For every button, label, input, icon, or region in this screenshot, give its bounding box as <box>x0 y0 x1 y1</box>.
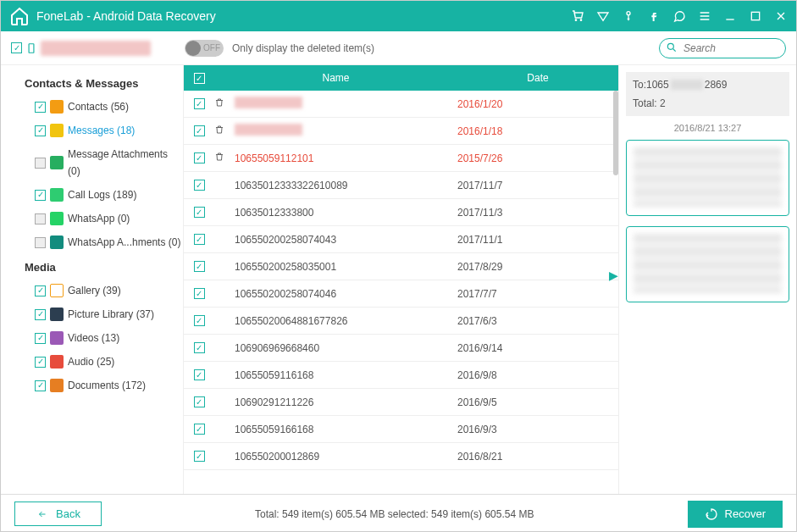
category-icon <box>50 379 64 392</box>
row-date: 2016/9/5 <box>457 396 618 408</box>
svg-rect-2 <box>29 43 34 53</box>
row-checkbox[interactable]: ✓ <box>194 234 205 245</box>
row-checkbox[interactable]: ✓ <box>194 315 205 326</box>
trash-icon <box>214 152 231 164</box>
toolbar: ✓ OFF Only display the deleted item(s) <box>1 31 796 65</box>
search-icon <box>666 42 678 53</box>
row-checkbox[interactable]: ✓ <box>194 125 205 136</box>
sidebar-item[interactable]: ✓Documents (172) <box>9 374 183 397</box>
table-body[interactable]: ✓2016/1/20✓2016/1/18✓106550591121012015/… <box>184 91 618 494</box>
back-button[interactable]: Back <box>14 502 102 526</box>
sidebar-item[interactable]: ✓Videos (13) <box>9 326 183 350</box>
cart-icon[interactable] <box>571 9 584 23</box>
sidebar: Contacts & Messages ✓Contacts (56)✓Messa… <box>1 65 183 494</box>
table-row[interactable]: ✓2016/1/18 <box>184 118 618 145</box>
svg-point-3 <box>667 43 673 49</box>
category-icon <box>50 331 64 345</box>
home-icon[interactable] <box>9 6 30 26</box>
row-date: 2017/7/7 <box>457 288 618 300</box>
facebook-icon[interactable] <box>647 9 661 23</box>
checkbox[interactable]: ✓ <box>35 333 46 344</box>
row-checkbox[interactable]: ✓ <box>194 207 205 218</box>
checkbox[interactable]: ✓ <box>35 309 46 320</box>
maximize-icon[interactable] <box>749 9 762 23</box>
sidebar-item[interactable]: ✓WhatsApp (0) <box>9 207 183 230</box>
select-all-checkbox[interactable]: ✓ <box>194 73 205 84</box>
checkbox[interactable]: ✓ <box>35 237 46 248</box>
row-checkbox[interactable]: ✓ <box>194 396 205 407</box>
toggle-deleted-only[interactable]: OFF <box>185 40 224 57</box>
sidebar-item-label: Audio (25) <box>68 353 114 370</box>
section-media: Media <box>25 261 183 274</box>
checkbox[interactable]: ✓ <box>35 357 46 368</box>
sidebar-item-label: WhatsApp A...hments (0) <box>68 234 180 251</box>
device-selector[interactable]: ✓ <box>11 41 151 56</box>
row-checkbox[interactable]: ✓ <box>194 369 205 380</box>
checkbox[interactable]: ✓ <box>35 102 46 113</box>
sidebar-item[interactable]: ✓Gallery (39) <box>9 279 183 302</box>
checkbox[interactable]: ✓ <box>35 190 46 201</box>
sidebar-item-label: Call Logs (189) <box>68 186 136 203</box>
chat-icon[interactable] <box>672 9 686 23</box>
table-row[interactable]: ✓1065502002580740462017/7/7 <box>184 280 618 308</box>
menu-icon[interactable] <box>698 9 711 23</box>
checkbox[interactable]: ✓ <box>35 285 46 296</box>
row-checkbox[interactable]: ✓ <box>194 261 205 272</box>
sidebar-item[interactable]: ✓Messages (18) <box>9 119 183 142</box>
row-name: 10690291211226 <box>231 396 457 408</box>
recover-button[interactable]: Recover <box>688 501 783 528</box>
checkbox[interactable]: ✓ <box>35 158 46 169</box>
close-icon[interactable] <box>774 9 788 23</box>
column-name[interactable]: Name <box>214 72 457 84</box>
sidebar-item[interactable]: ✓Audio (25) <box>9 350 183 374</box>
back-arrow-icon <box>36 509 49 519</box>
row-checkbox[interactable]: ✓ <box>194 288 205 299</box>
row-name <box>231 124 457 138</box>
table-row[interactable]: ✓1069069696684602016/9/14 <box>184 335 618 362</box>
row-name: 10655059166168 <box>231 424 457 435</box>
table-row[interactable]: ✓106350123333226100892017/11/7 <box>184 172 618 199</box>
row-checkbox[interactable]: ✓ <box>194 152 205 163</box>
table-row[interactable]: ✓106550200648816778262017/6/3 <box>184 308 618 335</box>
sidebar-item[interactable]: ✓Message Attachments (0) <box>9 142 183 183</box>
sidebar-item[interactable]: ✓Picture Library (37) <box>9 302 183 326</box>
table-row[interactable]: ✓106350123338002017/11/3 <box>184 199 618 226</box>
column-date[interactable]: Date <box>457 72 618 84</box>
row-name: 106550200258035001 <box>231 261 457 273</box>
sidebar-item-label: Picture Library (37) <box>68 306 154 323</box>
checkbox[interactable]: ✓ <box>35 213 46 224</box>
sidebar-item-label: Gallery (39) <box>68 282 121 299</box>
table-row[interactable]: ✓1065502002580740432017/11/1 <box>184 226 618 253</box>
row-name: 10635012333800 <box>231 207 457 219</box>
checkbox[interactable]: ✓ <box>35 380 46 391</box>
category-icon <box>50 188 64 202</box>
checkbox[interactable]: ✓ <box>35 125 46 136</box>
sidebar-item[interactable]: ✓Contacts (56) <box>9 95 183 119</box>
table-row[interactable]: ✓2016/1/20 <box>184 91 618 118</box>
row-date: 2017/11/1 <box>457 234 618 246</box>
row-date: 2016/9/14 <box>457 342 618 354</box>
device-name-redacted <box>41 41 151 56</box>
row-date: 2017/8/29 <box>457 261 618 273</box>
table-row[interactable]: ✓1065502000128692016/8/21 <box>184 443 618 470</box>
row-checkbox[interactable]: ✓ <box>194 342 205 353</box>
row-checkbox[interactable]: ✓ <box>194 424 205 435</box>
row-date: 2016/8/21 <box>457 451 618 463</box>
table-row[interactable]: ✓106550591121012015/7/26 <box>184 145 618 172</box>
row-checkbox[interactable]: ✓ <box>194 98 205 109</box>
key-icon[interactable] <box>622 9 635 23</box>
expand-arrow-icon[interactable]: ▶ <box>609 269 618 282</box>
table-row[interactable]: ✓1065502002580350012017/8/29 <box>184 253 618 280</box>
row-checkbox[interactable]: ✓ <box>194 180 205 191</box>
table-row[interactable]: ✓106550591661682016/9/3 <box>184 416 618 443</box>
row-name <box>231 97 457 111</box>
wifi-icon[interactable] <box>596 9 610 23</box>
sidebar-item[interactable]: ✓WhatsApp A...hments (0) <box>9 230 183 254</box>
row-checkbox[interactable]: ✓ <box>194 451 205 462</box>
minimize-icon[interactable] <box>723 9 737 23</box>
table-row[interactable]: ✓106550591161682016/9/8 <box>184 362 618 389</box>
search-input[interactable] <box>659 38 786 58</box>
row-date: 2016/1/18 <box>457 125 618 137</box>
table-row[interactable]: ✓106902912112262016/9/5 <box>184 389 618 416</box>
sidebar-item[interactable]: ✓Call Logs (189) <box>9 183 183 207</box>
